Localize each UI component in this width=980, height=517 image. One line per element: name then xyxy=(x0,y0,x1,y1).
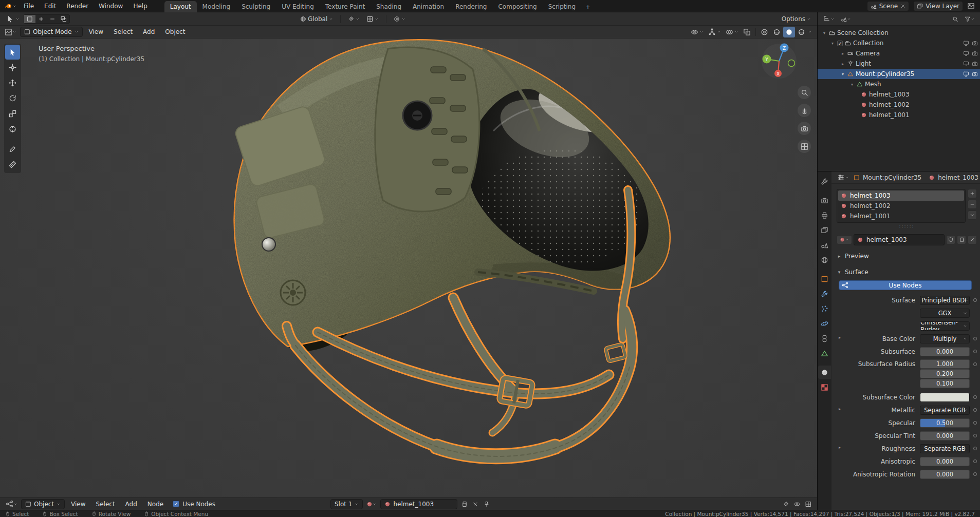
hide-viewport-icon[interactable] xyxy=(963,71,969,77)
socket-expand-icon[interactable]: ▸ xyxy=(837,407,843,411)
tool-move[interactable] xyxy=(5,75,20,90)
tab-sculpting[interactable]: Sculpting xyxy=(236,1,276,12)
mode-dropdown[interactable]: Object Mode xyxy=(20,27,83,37)
anisotropic-rotation-field[interactable]: 0.000 xyxy=(920,470,970,479)
pin-button[interactable] xyxy=(482,500,491,509)
expand-icon[interactable]: ▾ xyxy=(830,41,835,46)
tool-cursor[interactable] xyxy=(5,60,20,75)
tab-layout[interactable]: Layout xyxy=(164,1,197,12)
decorator-dot[interactable] xyxy=(973,350,977,353)
base-color-link-dropdown[interactable]: Multiply xyxy=(920,334,970,343)
menu-select[interactable]: Select xyxy=(109,27,137,37)
properties-editor-type-dropdown[interactable] xyxy=(836,172,850,183)
outliner-search-button[interactable] xyxy=(951,14,960,24)
new-material-button[interactable] xyxy=(957,235,966,244)
menu-object[interactable]: Object xyxy=(161,27,189,37)
shading-wireframe-button[interactable] xyxy=(759,27,770,37)
slot-specials-dropdown[interactable] xyxy=(968,210,977,220)
menu-render[interactable]: Render xyxy=(62,1,93,11)
outliner-row-mesh[interactable]: ▾ Mesh xyxy=(818,79,980,89)
decorator-dot[interactable] xyxy=(973,447,977,450)
shading-solid-button[interactable] xyxy=(771,27,783,37)
editor-type-dropdown[interactable] xyxy=(3,27,18,37)
visibility-dropdown[interactable] xyxy=(689,27,706,37)
expand-icon[interactable]: ▸ xyxy=(840,51,845,56)
use-nodes-checkbox[interactable]: ✓ xyxy=(173,501,179,507)
shading-material-button[interactable] xyxy=(783,27,795,37)
select-mode-subtract[interactable] xyxy=(47,15,58,23)
outliner-row-helmet-1002[interactable]: helmet_1002 xyxy=(818,100,980,110)
render-result-icon[interactable] xyxy=(967,2,975,10)
tab-world[interactable] xyxy=(818,253,831,266)
material-name-field[interactable]: helmet_1003 xyxy=(854,234,945,245)
view-layer-selector[interactable]: View Layer xyxy=(913,1,963,11)
gizmos-toggle[interactable] xyxy=(706,27,723,37)
fake-user-button[interactable] xyxy=(946,235,955,244)
outliner-editor-type-dropdown[interactable] xyxy=(821,13,836,24)
radius-y-field[interactable]: 0.200 xyxy=(920,369,970,378)
outliner-row-light[interactable]: ▸ Light xyxy=(818,59,980,69)
copy-material-button[interactable] xyxy=(459,500,469,509)
shader-type-dropdown[interactable]: Object xyxy=(21,499,65,509)
decorator-dot[interactable] xyxy=(973,472,977,476)
overlays-toggle[interactable] xyxy=(724,27,741,37)
slot-helmet-1003[interactable]: helmet_1003 xyxy=(838,190,964,201)
tool-measure[interactable] xyxy=(5,157,20,172)
grid-toggle[interactable] xyxy=(804,500,813,509)
display-mode-dropdown[interactable] xyxy=(839,14,853,24)
3d-scene[interactable]: Z Y X xyxy=(0,39,817,497)
outliner-row-camera[interactable]: ▸ Camera xyxy=(818,48,980,59)
menu-add[interactable]: Add xyxy=(139,27,159,37)
list-resize-grip[interactable]: :::::: xyxy=(837,223,977,230)
menu-window[interactable]: Window xyxy=(94,1,127,11)
unlink-scene-icon[interactable] xyxy=(900,4,905,9)
slot-dropdown[interactable]: Slot 1 xyxy=(330,499,363,509)
radius-z-field[interactable]: 0.100 xyxy=(920,379,970,388)
helmet-object[interactable] xyxy=(226,39,678,456)
menu-file[interactable]: File xyxy=(19,1,39,11)
specular-slider[interactable]: 0.500 xyxy=(920,418,970,428)
xray-toggle[interactable] xyxy=(741,27,753,37)
tab-physics[interactable] xyxy=(818,317,831,330)
add-workspace-button[interactable]: + xyxy=(581,2,595,12)
breadcrumb-material[interactable]: helmet_1003 xyxy=(938,174,978,181)
select-mode-extend[interactable] xyxy=(35,15,47,23)
snap-node-toggle[interactable] xyxy=(781,500,790,509)
tool-annotate[interactable] xyxy=(5,142,20,157)
outliner-row-collection[interactable]: ▾ ✓ Collection xyxy=(818,38,980,48)
tab-object-data[interactable] xyxy=(818,347,831,360)
expand-icon[interactable]: ▾ xyxy=(822,31,827,35)
tool-scale[interactable] xyxy=(5,106,20,121)
tool-transform[interactable] xyxy=(5,122,20,137)
shader-menu-select[interactable]: Select xyxy=(92,499,119,509)
navigation-gizmo[interactable]: Z Y X xyxy=(762,44,797,79)
specular-tint-field[interactable]: 0.000 xyxy=(920,431,970,441)
shader-menu-view[interactable]: View xyxy=(67,499,89,509)
tab-tool[interactable] xyxy=(818,175,831,188)
snap-target-dropdown[interactable] xyxy=(365,15,381,23)
expand-icon[interactable]: ▸ xyxy=(840,62,845,66)
slot-helmet-1001[interactable]: helmet_1001 xyxy=(838,211,964,221)
decorator-dot[interactable] xyxy=(973,362,977,366)
tab-render[interactable] xyxy=(818,194,831,207)
shader-menu-add[interactable]: Add xyxy=(121,499,141,509)
select-mode-intersect[interactable] xyxy=(58,15,69,23)
hide-viewport-icon[interactable] xyxy=(963,40,969,46)
remove-slot-button[interactable] xyxy=(968,200,977,209)
decorator-dot[interactable] xyxy=(973,408,977,412)
select-mode-set[interactable] xyxy=(24,15,35,23)
expand-icon[interactable]: ▾ xyxy=(849,82,855,87)
tab-view-layer[interactable] xyxy=(818,223,831,237)
unlink-material-button[interactable] xyxy=(471,500,480,509)
subsurface-method-dropdown[interactable]: Christensen-Burley xyxy=(920,321,970,331)
overlay-toggle[interactable] xyxy=(792,500,802,509)
tab-object[interactable] xyxy=(818,272,831,285)
tool-select-box[interactable] xyxy=(5,45,20,60)
subsurface-color-swatch[interactable] xyxy=(920,393,970,402)
tab-scene[interactable] xyxy=(818,238,831,252)
distribution-dropdown[interactable]: GGX xyxy=(920,309,970,318)
blender-logo-menu[interactable] xyxy=(3,1,18,11)
shader-editor-type-dropdown[interactable] xyxy=(4,499,19,509)
socket-expand-icon[interactable]: ▸ xyxy=(837,445,843,450)
tab-shading[interactable]: Shading xyxy=(371,1,407,12)
